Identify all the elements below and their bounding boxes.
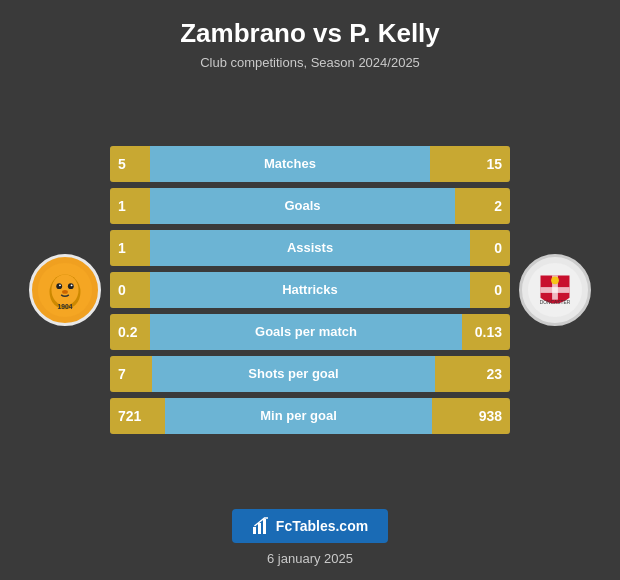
fctables-label: FcTables.com: [276, 518, 368, 534]
stat-left-value: 721: [110, 398, 165, 434]
stat-left-value: 5: [110, 146, 150, 182]
stat-left-value: 7: [110, 356, 152, 392]
match-subtitle: Club competitions, Season 2024/2025: [20, 55, 600, 70]
svg-point-7: [62, 290, 68, 294]
svg-rect-16: [253, 527, 256, 534]
svg-text:DONCASTER: DONCASTER: [540, 299, 571, 304]
stat-left-value: 0: [110, 272, 150, 308]
footer: FcTables.com 6 january 2025: [0, 501, 620, 580]
svg-rect-18: [263, 519, 266, 534]
team-right-logo: DONCASTER: [510, 254, 600, 326]
stat-label: Goals per match: [150, 314, 462, 350]
stat-right-value: 0.13: [462, 314, 510, 350]
fctables-badge: FcTables.com: [232, 509, 388, 543]
stats-column: 5 Matches 15 1 Goals 2 1 Assists 0 0 Hat…: [110, 146, 510, 434]
date-label: 6 january 2025: [267, 551, 353, 566]
svg-text:1904: 1904: [57, 303, 72, 310]
stat-right-value: 0: [470, 272, 510, 308]
chart-icon: [252, 517, 270, 535]
svg-rect-17: [258, 523, 261, 534]
stat-label: Shots per goal: [152, 356, 435, 392]
stat-label: Assists: [150, 230, 470, 266]
stat-row: 5 Matches 15: [110, 146, 510, 182]
stat-label: Goals: [150, 188, 455, 224]
header: Zambrano vs P. Kelly Club competitions, …: [0, 0, 620, 78]
stat-right-value: 15: [430, 146, 510, 182]
stat-right-value: 938: [432, 398, 510, 434]
stat-label: Min per goal: [165, 398, 432, 434]
stat-right-value: 2: [455, 188, 510, 224]
svg-point-4: [68, 283, 74, 289]
stat-right-value: 23: [435, 356, 510, 392]
svg-point-3: [56, 283, 62, 289]
stat-row: 721 Min per goal 938: [110, 398, 510, 434]
stat-left-value: 1: [110, 230, 150, 266]
stat-label: Hattricks: [150, 272, 470, 308]
svg-rect-13: [541, 287, 570, 293]
svg-point-5: [59, 284, 61, 286]
stat-label: Matches: [150, 146, 430, 182]
stat-row: 7 Shots per goal 23: [110, 356, 510, 392]
stat-left-value: 0.2: [110, 314, 150, 350]
svg-point-14: [551, 276, 559, 284]
stat-row: 0.2 Goals per match 0.13: [110, 314, 510, 350]
content-area: 1904 5 Matches 15 1 Goals 2 1 Assists 0 …: [0, 78, 620, 501]
stat-left-value: 1: [110, 188, 150, 224]
stat-row: 0 Hattricks 0: [110, 272, 510, 308]
stat-row: 1 Assists 0: [110, 230, 510, 266]
stat-right-value: 0: [470, 230, 510, 266]
svg-point-6: [71, 284, 73, 286]
match-title: Zambrano vs P. Kelly: [20, 18, 600, 49]
stat-row: 1 Goals 2: [110, 188, 510, 224]
team-left-logo: 1904: [20, 254, 110, 326]
